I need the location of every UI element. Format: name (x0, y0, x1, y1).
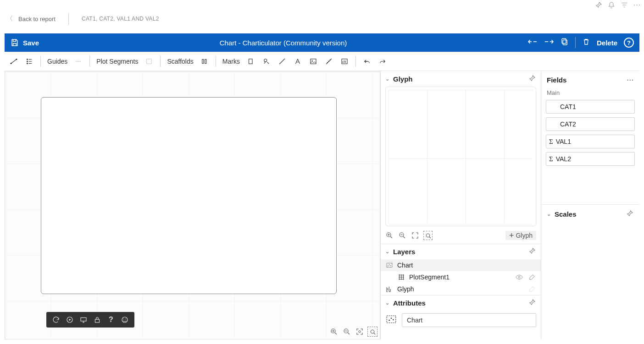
scaffold-tool-icon[interactable] (200, 57, 209, 66)
svg-rect-9 (205, 59, 206, 63)
mark-dataaxis-icon[interactable] (324, 57, 333, 66)
breadcrumb: 〈 Back to report CAT1, CAT2, VAL1 AND VA… (6, 13, 638, 25)
field-pill-cat1[interactable]: CAT1 (546, 100, 635, 114)
filter-icon[interactable] (620, 1, 628, 9)
divider (68, 13, 69, 25)
glyph-editor[interactable] (385, 87, 536, 226)
layer-label: Glyph (397, 285, 414, 293)
svg-rect-7 (147, 59, 152, 64)
field-pill-val2[interactable]: Σ VAL2 (546, 152, 635, 166)
svg-point-27 (426, 234, 430, 237)
pin-icon[interactable] (528, 298, 536, 308)
pin-visual-icon[interactable] (594, 1, 603, 9)
svg-point-4 (27, 59, 28, 60)
chart-artboard[interactable] (41, 97, 337, 294)
pin-icon[interactable] (626, 209, 634, 219)
scales-panel-title: Scales (555, 210, 577, 218)
eraser-icon[interactable] (528, 273, 536, 281)
mark-rect-icon[interactable] (246, 57, 255, 66)
chevron-down-icon[interactable]: ⌄ (385, 300, 389, 306)
scaffolds-label: Scaffolds (167, 58, 193, 65)
svg-point-30 (389, 265, 390, 266)
app-title: Chart - Charticulator (Community version… (39, 39, 527, 47)
trash-icon[interactable] (582, 38, 590, 48)
breadcrumb-title: CAT1, CAT2, VAL1 AND VAL2 (82, 16, 159, 22)
svg-point-34 (389, 320, 390, 321)
glyph-zoom-fit-icon[interactable] (411, 231, 419, 240)
add-glyph-button[interactable]: + Glyph (505, 231, 536, 240)
add-glyph-label: Glyph (516, 232, 533, 239)
mark-nested-icon[interactable] (340, 57, 349, 66)
save-button[interactable]: Save (10, 38, 39, 47)
emoji-icon[interactable] (121, 316, 129, 324)
field-label: VAL2 (556, 155, 571, 163)
zoom-selection-icon[interactable] (368, 327, 377, 336)
svg-point-36 (393, 319, 394, 321)
attribute-name-input[interactable] (402, 313, 536, 327)
svg-point-29 (388, 266, 389, 267)
delete-button[interactable]: Delete (597, 39, 617, 47)
chevron-down-icon[interactable]: ⌄ (385, 249, 389, 255)
help-button[interactable]: ? (624, 38, 634, 48)
command-bar: Save Chart - Charticulator (Community ve… (5, 33, 639, 52)
plot-segment-tool-icon[interactable] (144, 57, 154, 66)
play-icon[interactable] (66, 316, 74, 324)
back-to-report-button[interactable]: 〈 Back to report (6, 15, 56, 23)
more-icon[interactable]: ··· (633, 1, 641, 9)
link-tool-icon[interactable] (9, 57, 18, 66)
svg-rect-17 (95, 319, 100, 322)
pin-icon[interactable] (528, 74, 536, 84)
layers-panel: ⌄ Layers Chart PlotSegment1 (381, 244, 541, 295)
layer-row-plotsegment[interactable]: PlotSegment1 (381, 271, 541, 283)
guides-tool-icon[interactable] (74, 57, 83, 66)
sigma-icon: Σ (549, 138, 553, 146)
copy-icon[interactable] (561, 38, 569, 48)
zoom-out-icon[interactable] (342, 327, 351, 336)
svg-point-20 (126, 319, 127, 320)
bell-icon[interactable] (607, 1, 616, 9)
layer-label: PlotSegment1 (409, 273, 450, 281)
fit-left-icon[interactable] (527, 38, 538, 48)
eraser-icon[interactable] (528, 285, 536, 293)
redo-icon[interactable] (378, 57, 387, 66)
refresh-icon[interactable] (52, 316, 60, 324)
chevron-down-icon[interactable]: ⌄ (547, 211, 551, 217)
layers-panel-title: Layers (393, 248, 415, 256)
zoom-in-icon[interactable] (329, 327, 339, 336)
lock-icon[interactable] (93, 316, 101, 324)
svg-point-24 (371, 330, 374, 333)
glyph-zoom-selection-icon[interactable] (424, 231, 432, 240)
field-pill-val1[interactable]: Σ VAL1 (546, 135, 635, 148)
legend-tool-icon[interactable] (25, 57, 34, 66)
help-icon[interactable]: ? (107, 316, 115, 324)
mark-line-icon[interactable] (278, 57, 287, 66)
layer-row-glyph[interactable]: Glyph (381, 283, 541, 295)
mark-symbol-icon[interactable] (262, 57, 271, 66)
glyph-zoom-out-icon[interactable] (398, 231, 406, 240)
mark-text-icon[interactable] (293, 57, 302, 66)
mark-icon-icon[interactable] (309, 57, 318, 66)
pin-icon[interactable] (528, 247, 536, 257)
present-icon[interactable] (79, 316, 88, 324)
fields-panel-header: Fields ··· (541, 71, 639, 87)
svg-point-19 (123, 319, 124, 320)
svg-point-11 (264, 59, 267, 61)
svg-point-3 (16, 59, 17, 60)
more-icon[interactable]: ··· (627, 76, 634, 84)
tool-toolbar: Guides Plot Segments Scaffolds Marks (5, 52, 639, 71)
fields-section-label: Main (541, 87, 639, 98)
glyph-panel: ⌄ Glyph + Glyph (381, 71, 541, 244)
layer-row-chart[interactable]: Chart (381, 259, 541, 271)
zoom-fit-icon[interactable] (355, 327, 364, 336)
plus-icon: + (509, 232, 514, 239)
chart-canvas[interactable]: ? (5, 71, 380, 339)
eye-icon[interactable] (515, 273, 523, 281)
svg-point-32 (518, 276, 520, 278)
undo-icon[interactable] (362, 57, 372, 66)
svg-rect-33 (387, 316, 396, 322)
field-pill-cat2[interactable]: CAT2 (546, 117, 635, 131)
svg-rect-16 (81, 318, 86, 322)
chevron-down-icon[interactable]: ⌄ (385, 76, 389, 82)
glyph-zoom-in-icon[interactable] (385, 231, 394, 240)
fit-right-icon[interactable] (544, 38, 554, 48)
